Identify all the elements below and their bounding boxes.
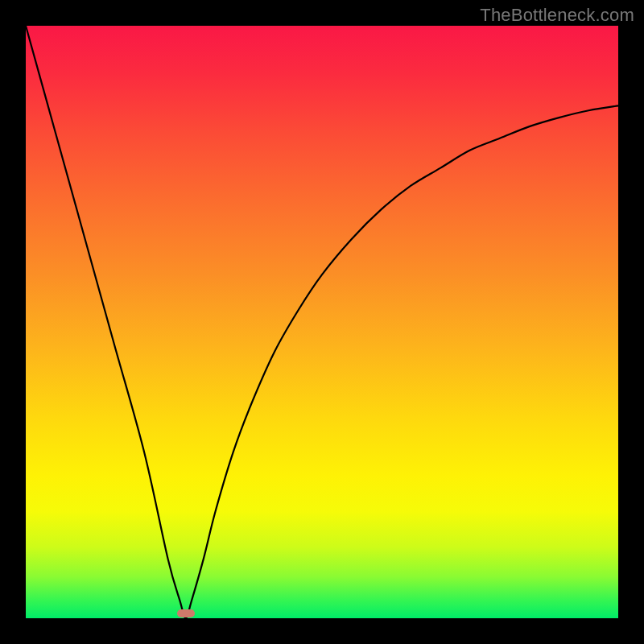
chart-frame: TheBottleneck.com	[0, 0, 644, 644]
watermark-text: TheBottleneck.com	[480, 5, 634, 26]
bottleneck-curve	[26, 26, 618, 618]
curve-minimum-marker	[177, 609, 195, 617]
plot-area	[26, 26, 618, 618]
